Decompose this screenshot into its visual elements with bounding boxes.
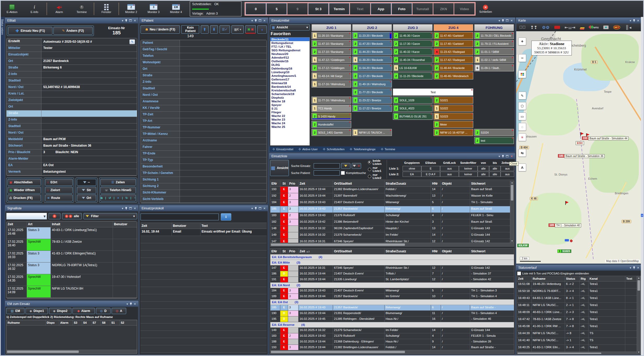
- field-row[interactable]: KK / VersNr: [141, 105, 266, 112]
- favorite-item[interactable]: Scharnebeck/19: [270, 92, 309, 96]
- status-row[interactable]: 16:45:08 41-00-1 / DRK RW ... 7 -> 8 ->L…: [517, 324, 637, 331]
- e-aktion-button[interactable]: E-Aktion: [1, 2, 23, 16]
- filter-ort-button[interactable]: Ort: [77, 195, 96, 201]
- favorite-item[interactable]: Dahlenburg/16: [270, 67, 309, 70]
- pin-icon[interactable]: [130, 303, 132, 305]
- favorite-item[interactable]: Kreisbereitschaft: [270, 89, 309, 92]
- unit-tile[interactable]: 2 11-54-20 / Bleckede: [352, 64, 392, 71]
- unit-tile[interactable]: 1 11-43-14 / Alt Garge: [312, 72, 351, 79]
- unit-tile[interactable]: 2 11-17-10 / Barskamp: [312, 48, 351, 55]
- favorite-item[interactable]: Gellersen/17: [270, 78, 309, 81]
- status-row[interactable]: 16:49:43 64-83-1 / ASB Lüne... 8 -> 1 ->…: [517, 296, 637, 303]
- zeilen-button[interactable]: ☰Zeilen: [100, 179, 136, 186]
- zug-column-header[interactable]: ZUG 4: [434, 24, 473, 31]
- maximize-icon[interactable]: 🗖: [506, 155, 509, 158]
- alarm-button[interactable]: ◆Alarm: [72, 308, 95, 314]
- pocsag-checkbox[interactable]: [517, 272, 521, 275]
- favorite-item[interactable]: Bleckede/11: [270, 38, 309, 41]
- unit-tile[interactable]: 2 11-47-20 / Bleckede: [352, 40, 392, 47]
- wms-icon[interactable]: wms: [589, 26, 599, 29]
- map-canvas[interactable]: Geesthacht Höchelsberg Krümmel Tespe Ave…: [516, 31, 641, 264]
- unit-tile[interactable]: 2 11-23-20 / Bleckede: [352, 32, 392, 39]
- field-row[interactable]: TP-Nummer: [141, 125, 266, 131]
- einsatz-row[interactable]: 185E316.02.2025 # 19:4321357 Bardowick/B…: [270, 305, 514, 311]
- cancel-icon[interactable]: ✕: [117, 196, 119, 200]
- favorite-item[interactable]: Rettungsdienst: [270, 41, 309, 45]
- arrow-down-button[interactable]: ⬇: [210, 25, 218, 34]
- quick-status-button[interactable]: St 3: [308, 3, 329, 15]
- status-row[interactable]: 16:48:11 NIFW LG TAUSC... 2 -> 1 ->L Tet…: [517, 303, 637, 310]
- close-icon[interactable]: ✕: [134, 207, 136, 210]
- pin-icon[interactable]: [502, 155, 504, 158]
- close-icon[interactable]: ✕: [134, 19, 136, 22]
- unit-tile[interactable]: 1 11-30-20 / Bleckede: [352, 56, 392, 63]
- fenster-button[interactable]: Fenster: [95, 2, 118, 16]
- delete-all-button[interactable]: ✕✕alle: [62, 213, 82, 219]
- eort-button[interactable]: ⌂EOrt: [45, 179, 73, 186]
- status-row[interactable]: 16:40:25 41-83-1 / DRK Ellri... 3 -> 4 -…: [517, 345, 637, 352]
- dropdown-icon[interactable]: ▾: [122, 207, 123, 210]
- patient-neu-button[interactable]: ☗Neu / ändern (F3): [141, 25, 180, 34]
- filter-cell[interactable]: alle: [489, 166, 501, 171]
- filter-none-button[interactable]: --: [77, 179, 96, 186]
- unit-tile[interactable]: 1 LG 10-63LKW: [393, 64, 433, 71]
- field-row[interactable]: Zielobjekt: [7, 97, 137, 104]
- route-button[interactable]: ➔Route: [45, 195, 73, 201]
- favorite-item[interactable]: DLRG: [270, 63, 309, 67]
- unit-tile[interactable]: 1 S1023: [434, 113, 473, 120]
- field-row[interactable]: TP-Zeit: [141, 112, 266, 118]
- unit-tile[interactable]: 2 11-45-30 / Garze: [393, 32, 433, 39]
- quick-status-button[interactable]: Text: [350, 3, 370, 15]
- filter-cell[interactable]: keiner: [459, 166, 478, 171]
- signal-row[interactable]: 17.02.2025 16:33 Status 3 41-83-1 / DRK …: [7, 251, 137, 263]
- field-row[interactable]: Sicht-Verbleib: [141, 196, 266, 203]
- quick-status-button[interactable]: Foto: [392, 3, 412, 15]
- unit-tile[interactable]: 1 11-17-16 / Walmsburg: [312, 80, 351, 88]
- einsatz-row[interactable]: 184 E 3 16.02.2025 # 19:43 21407 Deutsch…: [270, 200, 510, 206]
- field-row[interactable]: Einsatzobjekt: [7, 52, 137, 58]
- layers-icon[interactable]: [580, 25, 584, 30]
- favorite-item[interactable]: Ostheide/15: [270, 59, 309, 63]
- einsatz-row[interactable]: 147E16.02.2025 # 16:3167346 Speyer/Rhein…: [270, 265, 514, 271]
- arrow-up-button[interactable]: ⬆: [201, 25, 209, 34]
- favorite-item[interactable]: Wache 25: [270, 125, 309, 129]
- dropdown-icon[interactable]: ▾: [630, 19, 631, 22]
- scroll-down-icon[interactable]: ⌄: [307, 142, 309, 145]
- delete-entry-button[interactable]: ✕: [48, 213, 60, 219]
- camera-icon[interactable]: [603, 26, 609, 29]
- protokoll-row[interactable]: 16.02, 19:44 Email Einsatz eröffnet per …: [141, 229, 267, 236]
- einsatz-row[interactable]: 192 E 2 16.02.2025 # 19:44 21397 Barendo…: [270, 193, 510, 200]
- einsatz-row[interactable]: 149 E 16.02.2025 # 16:32 21379 Scharnebe…: [270, 232, 510, 239]
- incident-flag-icon[interactable]: [565, 201, 566, 205]
- dispo1-button[interactable]: ◈Dispo1: [26, 308, 48, 314]
- unit-map-badge[interactable]: 63LKW: [517, 244, 529, 247]
- unit-tile[interactable]: 2 11-44-20 / Bleckede: [352, 48, 392, 55]
- share-icon[interactable]: ⧉: [101, 196, 103, 200]
- monitor-2-button[interactable]: 2Monitor 2: [120, 2, 142, 16]
- maximize-icon[interactable]: 🗖: [259, 207, 262, 210]
- timer-icon[interactable]: ◔: [134, 196, 136, 199]
- vertical-scrollbar[interactable]: ▲▼: [637, 276, 641, 354]
- unit-tile[interactable]: 2 11-17-12 / Göddingen: [312, 64, 351, 71]
- favorite-item[interactable]: Flieger: [270, 110, 309, 114]
- draw-polygon-button[interactable]: ⬠: [518, 102, 526, 110]
- met-icon[interactable]: MET: [613, 25, 620, 29]
- unit-tile[interactable]: 1 S1022: [434, 105, 473, 112]
- zoom-in-button[interactable]: +: [518, 38, 526, 45]
- status-row[interactable]: 16:44:39 NIFW LG TAUSC... -> 8 ->L TS: [517, 331, 637, 338]
- list2-header[interactable]: ENrStPrioZeit ▲2Ort/StadtteilStraße/Zusa…: [270, 248, 514, 254]
- ea-group-header[interactable]: EA: EA Bereitstellungsraum(4): [270, 254, 514, 260]
- bottom-tab[interactable]: ✣Telefoneingänge: [348, 147, 378, 152]
- vertical-scrollbar[interactable]: ▲▼: [510, 181, 514, 243]
- pin-icon[interactable]: [255, 207, 257, 210]
- close-icon[interactable]: ✕: [637, 266, 639, 270]
- field-row[interactable]: TP-Art: [141, 118, 266, 125]
- field-row[interactable]: Z-Info: [141, 79, 266, 86]
- protokoll-input[interactable]: [141, 214, 219, 220]
- dropdown-icon[interactable]: ▾: [251, 207, 253, 210]
- checklist-button[interactable]: ☰✓: [220, 25, 230, 34]
- komplettsuche-checkbox[interactable]: [341, 171, 345, 175]
- unit-tile[interactable]: 2 S 1420 Handy: [312, 113, 351, 120]
- signal-row[interactable]: 17.02.2025 14:35 SprechW 19-47-30 / Hohn…: [7, 274, 137, 286]
- unit-tile[interactable]: 1 11-47-12 / Göddingen: [312, 56, 351, 63]
